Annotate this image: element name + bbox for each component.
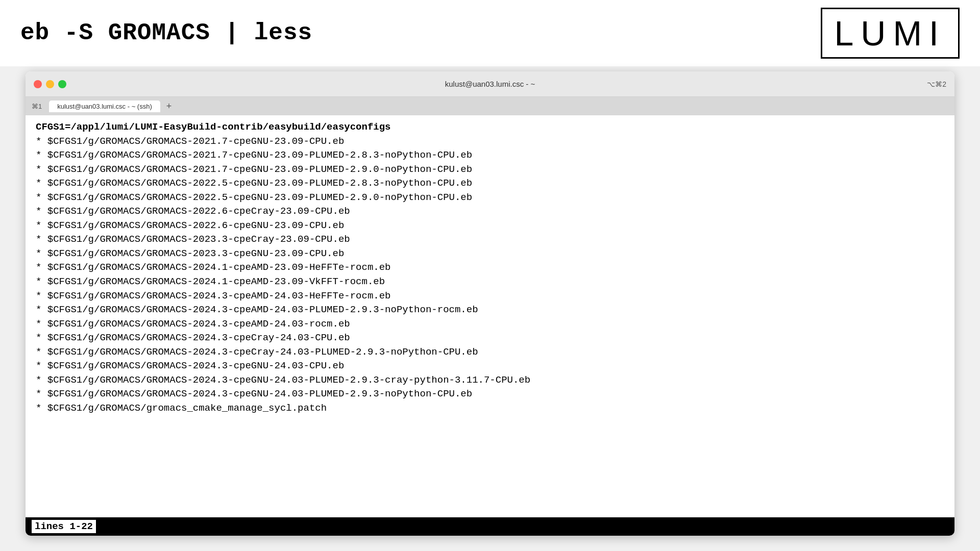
terminal-line: * $CFGS1/g/GROMACS/GROMACS-2024.3-cpeGNU… bbox=[36, 359, 944, 373]
lumi-logo: LUMI bbox=[821, 8, 960, 59]
terminal-line: * $CFGS1/g/GROMACS/GROMACS-2024.3-cpeGNU… bbox=[36, 373, 944, 388]
terminal-line: * $CFGS1/g/GROMACS/GROMACS-2022.6-cpeGNU… bbox=[36, 219, 944, 233]
terminal-line: * $CFGS1/g/GROMACS/GROMACS-2024.3-cpeAMD… bbox=[36, 317, 944, 332]
terminal-line: * $CFGS1/g/GROMACS/gromacs_cmake_manage_… bbox=[36, 402, 944, 416]
command-display: eb -S GROMACS | less bbox=[20, 20, 312, 46]
minimize-button[interactable] bbox=[46, 80, 54, 88]
terminal-line: * $CFGS1/g/GROMACS/GROMACS-2023.3-cpeGNU… bbox=[36, 247, 944, 261]
tab-bar: ⌘1 kulust@uan03.lumi.csc - ~ (ssh) + bbox=[26, 97, 954, 115]
window-title: kulust@uan03.lumi.csc - ~ bbox=[445, 80, 535, 88]
lines-label: lines 1-22 bbox=[32, 520, 96, 533]
status-bar: lines 1-22 bbox=[26, 517, 954, 536]
terminal-line: * $CFGS1/g/GROMACS/GROMACS-2024.3-cpeAMD… bbox=[36, 303, 944, 317]
terminal-line: * $CFGS1/g/GROMACS/GROMACS-2021.7-cpeGNU… bbox=[36, 163, 944, 177]
new-tab-button[interactable]: + bbox=[166, 101, 172, 112]
terminal-line: * $CFGS1/g/GROMACS/GROMACS-2021.7-cpeGNU… bbox=[36, 135, 944, 149]
terminal-line: * $CFGS1/g/GROMACS/GROMACS-2024.3-cpeCra… bbox=[36, 331, 944, 345]
close-button[interactable] bbox=[34, 80, 42, 88]
terminal-window: kulust@uan03.lumi.csc - ~ ⌥⌘2 ⌘1 kulust@… bbox=[26, 71, 954, 536]
terminal-line: CFGS1=/appl/lumi/LUMI-EasyBuild-contrib/… bbox=[36, 120, 944, 135]
terminal-line: * $CFGS1/g/GROMACS/GROMACS-2024.1-cpeAMD… bbox=[36, 261, 944, 275]
terminal-line: * $CFGS1/g/GROMACS/GROMACS-2022.5-cpeGNU… bbox=[36, 177, 944, 191]
window-controls bbox=[34, 80, 66, 88]
terminal-line: * $CFGS1/g/GROMACS/GROMACS-2024.3-cpeCra… bbox=[36, 345, 944, 360]
terminal-line: * $CFGS1/g/GROMACS/GROMACS-2024.3-cpeAMD… bbox=[36, 289, 944, 304]
terminal-line: * $CFGS1/g/GROMACS/GROMACS-2024.3-cpeGNU… bbox=[36, 387, 944, 402]
top-bar: eb -S GROMACS | less LUMI bbox=[0, 0, 980, 66]
title-bar-right: ⌥⌘2 bbox=[927, 80, 946, 88]
terminal-line: * $CFGS1/g/GROMACS/GROMACS-2022.6-cpeCra… bbox=[36, 205, 944, 219]
terminal-line: * $CFGS1/g/GROMACS/GROMACS-2021.7-cpeGNU… bbox=[36, 148, 944, 163]
terminal-line: * $CFGS1/g/GROMACS/GROMACS-2024.1-cpeAMD… bbox=[36, 275, 944, 289]
maximize-button[interactable] bbox=[58, 80, 66, 88]
shortcut-right: ⌥⌘2 bbox=[927, 80, 946, 88]
terminal-line: * $CFGS1/g/GROMACS/GROMACS-2023.3-cpeCra… bbox=[36, 233, 944, 247]
terminal-line: * $CFGS1/g/GROMACS/GROMACS-2022.5-cpeGNU… bbox=[36, 191, 944, 205]
active-tab[interactable]: kulust@uan03.lumi.csc - ~ (ssh) bbox=[49, 101, 160, 112]
terminal-content: CFGS1=/appl/lumi/LUMI-EasyBuild-contrib/… bbox=[26, 115, 954, 517]
title-bar: kulust@uan03.lumi.csc - ~ ⌥⌘2 bbox=[26, 71, 954, 97]
tab-shortcut: ⌘1 bbox=[32, 103, 42, 110]
